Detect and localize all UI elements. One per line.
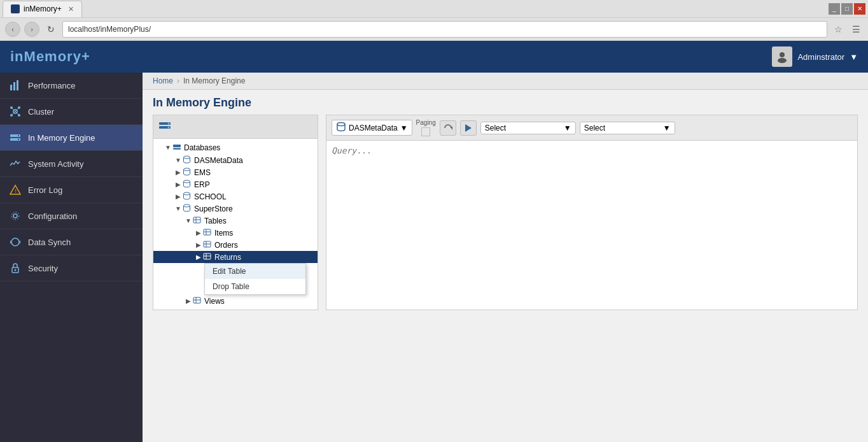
select-dropdown-1[interactable]: Select ▼	[480, 122, 576, 134]
views-icon	[193, 296, 203, 306]
tree-node-erp[interactable]: ▶ ERP	[153, 178, 318, 190]
expand-orders[interactable]: ▶	[194, 241, 203, 250]
tree-node-returns[interactable]: ▶ Returns	[153, 251, 318, 263]
tree-label-dasmetadata: DASMetaData	[194, 156, 243, 165]
tree-label-databases: Databases	[184, 143, 220, 152]
db-selector-icon	[336, 122, 346, 134]
window-controls: _ □ ✕	[829, 3, 865, 15]
expand-superstore[interactable]: ▼	[174, 204, 183, 213]
expand-databases[interactable]: ▼	[164, 143, 172, 152]
tables-icon	[193, 216, 203, 225]
sidebar-item-errorlog[interactable]: ! Error Log	[0, 177, 143, 203]
maximize-button[interactable]: □	[841, 3, 853, 15]
errorlog-icon: !	[9, 183, 22, 196]
svg-point-25	[15, 269, 17, 271]
select-dropdown-2[interactable]: Select ▼	[580, 122, 675, 134]
close-button[interactable]: ✕	[854, 3, 865, 15]
play-button[interactable]	[460, 120, 477, 136]
svg-point-32	[184, 156, 190, 159]
tree-label-tables: Tables	[204, 217, 227, 225]
sysactivity-icon	[9, 157, 22, 170]
browser-controls: ‹ › ↻ ☆ ☰	[0, 18, 868, 41]
sidebar-label-performance: Performance	[28, 81, 75, 90]
tree-toolbar	[153, 115, 318, 139]
back-button[interactable]: ‹	[5, 22, 20, 37]
menu-button[interactable]: ☰	[849, 22, 863, 36]
sidebar-label-inmemory: In Memory Engine	[28, 133, 95, 143]
address-bar[interactable]	[62, 21, 827, 38]
select-1-label: Select	[485, 124, 506, 132]
select-1-arrow: ▼	[564, 124, 571, 132]
minimize-button[interactable]: _	[829, 3, 840, 15]
sidebar-label-cluster: Cluster	[28, 107, 54, 117]
expand-school[interactable]: ▶	[174, 192, 183, 201]
sidebar-item-inmemory[interactable]: In Memory Engine	[0, 125, 143, 151]
expand-tables[interactable]: ▼	[184, 217, 193, 225]
expand-views[interactable]: ▶	[184, 297, 193, 306]
bookmark-button[interactable]: ☆	[831, 22, 845, 36]
refresh-button[interactable]: ↻	[43, 22, 59, 37]
content-body: ▼ Databases ▼ DASMetaD	[143, 115, 868, 320]
school-icon	[183, 192, 193, 201]
tree-node-orders[interactable]: ▶ Orders	[153, 239, 318, 251]
context-menu-edit-table[interactable]: Edit Table	[205, 264, 305, 279]
svg-point-33	[184, 168, 190, 171]
dasmetadata-icon	[183, 155, 193, 165]
security-icon	[9, 262, 22, 274]
tree-node-ems[interactable]: ▶ EMS	[153, 166, 318, 178]
breadcrumb-current: In Memory Engine	[183, 76, 245, 85]
sidebar-item-performance[interactable]: Performance	[0, 73, 143, 99]
sidebar-label-sysactivity: System Activity	[28, 159, 83, 169]
svg-point-35	[184, 192, 190, 195]
superstore-icon	[183, 204, 193, 213]
tree-label-school: SCHOOL	[194, 192, 227, 201]
tree-label-items: Items	[214, 229, 233, 238]
breadcrumb-separator: ›	[177, 76, 179, 85]
svg-point-16	[18, 135, 19, 136]
expand-dasmetadata[interactable]: ▼	[174, 156, 183, 165]
svg-point-29	[168, 127, 170, 129]
user-area: Adminstrator ▼	[772, 46, 858, 67]
sidebar-item-security[interactable]: Security	[0, 255, 143, 282]
tree-content: ▼ Databases ▼ DASMetaD	[153, 139, 318, 310]
tree-node-superstore[interactable]: ▼ SuperStore	[153, 203, 318, 215]
sidebar-item-cluster[interactable]: Cluster	[0, 99, 143, 125]
forward-button[interactable]: ›	[24, 22, 39, 37]
sidebar-item-datasynch[interactable]: Data Synch	[0, 229, 143, 255]
expand-erp[interactable]: ▶	[174, 180, 183, 189]
tree-node-items[interactable]: ▶ Items	[153, 227, 318, 239]
tree-node-databases[interactable]: ▼ Databases	[153, 141, 318, 154]
context-menu-drop-table[interactable]: Drop Table	[205, 279, 305, 294]
tree-node-tables[interactable]: ▼ Tables	[153, 215, 318, 227]
sidebar-item-sysactivity[interactable]: System Activity	[0, 151, 143, 177]
db-selector[interactable]: DASMetaData ▼	[332, 120, 412, 136]
refresh-query-button[interactable]	[440, 120, 456, 136]
sidebar-label-configuration: Configuration	[28, 211, 77, 221]
tab-area: inMemory+ ✕	[3, 1, 82, 17]
expand-items[interactable]: ▶	[194, 229, 203, 238]
select-2-arrow: ▼	[663, 124, 671, 132]
breadcrumb-home[interactable]: Home	[153, 76, 173, 85]
tree-node-views[interactable]: ▶ Views	[153, 295, 318, 307]
user-name: Adminstrator	[797, 52, 844, 62]
tab-favicon	[11, 4, 20, 13]
tree-node-school[interactable]: ▶ SCHOOL	[153, 190, 318, 203]
query-input[interactable]	[326, 141, 857, 310]
paging-checkbox[interactable]	[421, 127, 430, 136]
expand-ems[interactable]: ▶	[174, 168, 183, 177]
tree-label-erp: ERP	[194, 180, 210, 189]
sidebar-item-configuration[interactable]: Configuration	[0, 203, 143, 229]
sidebar-label-datasynch: Data Synch	[28, 238, 71, 247]
items-icon	[203, 228, 213, 238]
tree-panel: ▼ Databases ▼ DASMetaD	[153, 115, 318, 310]
svg-point-28	[168, 123, 170, 125]
user-dropdown-icon[interactable]: ▼	[850, 52, 858, 62]
erp-icon	[183, 180, 193, 189]
tab-close-button[interactable]: ✕	[68, 5, 74, 13]
expand-returns[interactable]: ▶	[194, 253, 203, 262]
svg-point-21	[11, 212, 19, 220]
databases-icon	[172, 143, 183, 153]
browser-tab[interactable]: inMemory+ ✕	[3, 1, 82, 17]
db-selector-arrow: ▼	[400, 124, 408, 132]
tree-node-dasmetadata[interactable]: ▼ DASMetaData	[153, 154, 318, 166]
